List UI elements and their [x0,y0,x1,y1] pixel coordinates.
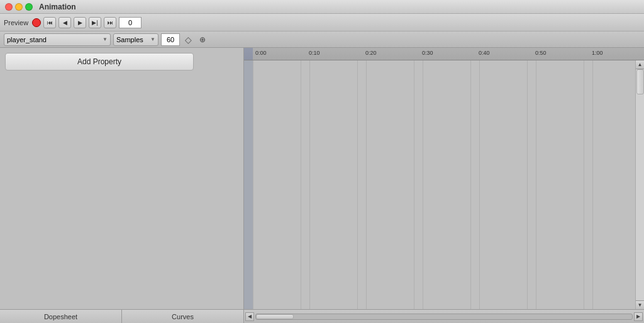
ruler-mark-1: 0:10 [309,50,320,56]
tab-curves[interactable]: Curves [122,310,243,323]
ruler-mark-5: 0:50 [535,50,547,56]
grid-line [366,60,367,309]
preview-label: Preview [4,19,28,26]
add-key-button[interactable]: ⊕ [196,34,209,45]
timeline-area: 0:00 0:10 0:20 0:30 0:40 0:50 1:00 [244,48,644,309]
frame-input[interactable] [119,17,142,28]
window-title: Animation [39,3,76,11]
grid-line [479,60,480,309]
ruler-mark-2: 0:20 [365,50,377,56]
clip-select-arrow-icon: ▼ [103,37,108,42]
bottom-bar: Dopesheet Curves ◀ ▶ [0,309,644,323]
diamond-button[interactable]: ◇ [182,34,194,45]
add-property-button[interactable]: Add Property [5,53,194,71]
tab-dopesheet[interactable]: Dopesheet [0,310,122,323]
unit-select-arrow-icon: ▼ [150,37,155,42]
scrollbar-left-arrow[interactable]: ◀ [245,312,254,321]
fps-input[interactable] [161,33,180,46]
timeline-ruler: 0:00 0:10 0:20 0:30 0:40 0:50 1:00 [244,48,644,60]
record-button[interactable] [32,18,41,27]
grid-line [309,60,310,309]
unit-selector[interactable]: Samples ▼ [113,33,158,46]
vertical-scrollbar: ▲ ▼ [635,60,644,309]
grid-line [414,60,414,309]
ruler-mark-4: 0:40 [479,50,490,56]
grid-line [592,60,593,309]
timeline-grid [244,60,635,309]
grid-line [357,60,358,309]
prev-frame-button[interactable]: ◀ [58,17,71,28]
play-button[interactable]: ▶ [74,17,86,28]
playhead [244,60,253,309]
title-bar: Animation [0,0,644,14]
scrollbar-right-arrow[interactable]: ▶ [634,312,643,321]
close-button[interactable] [5,3,13,11]
horizontal-scrollbar: ◀ ▶ [244,312,644,321]
ruler-highlight [244,48,253,60]
scrollbar-v-track[interactable] [636,69,645,300]
skip-forward-button[interactable]: ⏭ [104,17,116,28]
grid-line [470,60,471,309]
skip-back-button[interactable]: ⏮ [43,17,56,28]
traffic-lights [5,3,33,11]
grid-line [584,60,584,309]
ruler-mark-0: 0:00 [255,50,267,56]
unit-label: Samples [116,36,143,43]
main-layout: Add Property 0:00 0:10 0:20 0:30 0:40 0:… [0,48,644,309]
grid-line [301,60,301,309]
grid-line [423,60,423,309]
next-frame-button[interactable]: ▶| [89,17,101,28]
secondary-toolbar: player_stand ▼ Samples ▼ ◇ ⊕ [0,31,644,48]
clip-selector[interactable]: player_stand ▼ [4,33,111,46]
scrollbar-h-track[interactable] [255,314,633,320]
bottom-tabs: Dopesheet Curves [0,310,244,323]
timeline-content[interactable] [244,60,635,309]
scrollbar-v-thumb[interactable] [636,69,644,94]
scrollbar-h-thumb[interactable] [256,314,294,319]
left-panel: Add Property [0,48,244,309]
ruler-mark-6: 1:00 [592,50,603,56]
grid-line [527,60,528,309]
minimize-button[interactable] [15,3,23,11]
ruler-mark-3: 0:30 [422,50,433,56]
scrollbar-up-arrow[interactable]: ▲ [636,60,645,69]
maximize-button[interactable] [25,3,33,11]
main-toolbar: Preview ⏮ ◀ ▶ ▶| ⏭ [0,14,644,31]
grid-line [253,60,253,309]
clip-name: player_stand [7,36,47,43]
scrollbar-down-arrow[interactable]: ▼ [636,300,645,309]
grid-line [536,60,536,309]
